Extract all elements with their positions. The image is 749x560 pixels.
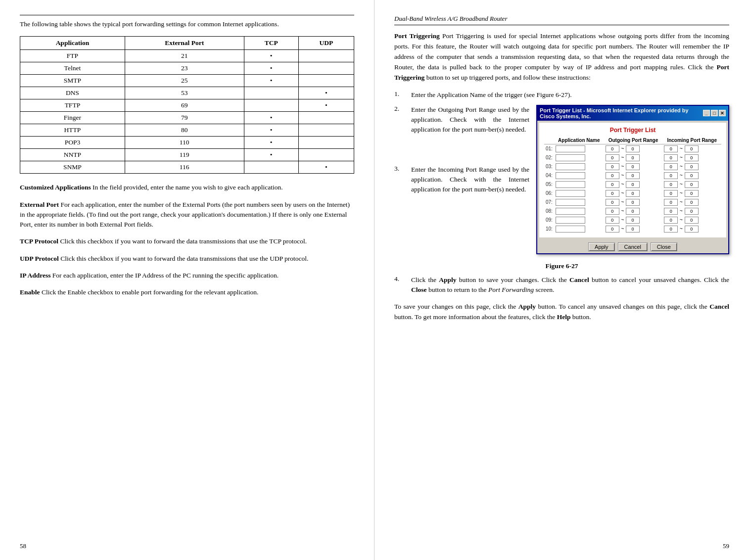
tcp-cell: • [244, 124, 298, 137]
incoming-end[interactable] [685, 181, 699, 188]
outgoing-start[interactable] [606, 190, 619, 197]
incoming-start[interactable] [664, 208, 678, 215]
outgoing-end[interactable] [626, 181, 640, 188]
udp-cell [298, 75, 354, 87]
section-term: Enable [20, 288, 40, 296]
tilde2: ~ [679, 182, 683, 187]
app-name-input[interactable] [556, 199, 585, 206]
outgoing-end[interactable] [626, 199, 640, 206]
incoming-range-cell: ~ [662, 180, 721, 189]
outgoing-start[interactable] [606, 172, 619, 179]
close-icon[interactable]: ✕ [719, 110, 726, 116]
outgoing-start[interactable] [606, 163, 619, 170]
app-name-input[interactable] [556, 172, 585, 179]
dialog-table-row: 03: ~ ~ [544, 162, 721, 171]
tilde1: ~ [620, 173, 624, 178]
app-name-input[interactable] [556, 163, 585, 170]
outgoing-range-cell: ~ [604, 225, 663, 233]
row-label: 10: [544, 225, 554, 233]
incoming-end[interactable] [685, 226, 699, 233]
dialog-table-row: 09: ~ ~ [544, 216, 721, 225]
incoming-end[interactable] [685, 217, 699, 224]
col-outgoing: Outgoing Port Range [604, 137, 663, 144]
step-1-text: Enter the Application Name of the trigge… [411, 90, 572, 100]
incoming-start[interactable] [664, 154, 678, 161]
step-2-with-dialog: 2. Enter the Outgoing Port Range used by… [394, 105, 729, 257]
outgoing-start[interactable] [606, 199, 619, 206]
app-name-cell: Telnet [20, 62, 125, 75]
incoming-start[interactable] [664, 181, 678, 188]
port-forwarding-link: Port Forwarding [488, 286, 534, 293]
tilde2: ~ [679, 226, 683, 232]
page-number-right: 59 [723, 542, 729, 550]
section-term: Customized Applications [20, 184, 91, 191]
port-cell: 25 [125, 75, 244, 87]
maximize-icon[interactable]: □ [711, 110, 718, 116]
intro-text-part1: Port Triggering is used for special Inte… [394, 32, 729, 71]
incoming-end[interactable] [685, 190, 699, 197]
outgoing-start[interactable] [606, 145, 619, 152]
cancel-term-final: Cancel [709, 303, 729, 310]
incoming-start[interactable] [664, 145, 678, 152]
port-cell: 53 [125, 87, 244, 99]
dialog-titlebar-buttons: _ □ ✕ [703, 110, 726, 116]
outgoing-end[interactable] [626, 190, 640, 197]
step-4-num: 4. [394, 275, 404, 295]
outgoing-end[interactable] [626, 208, 640, 215]
incoming-end[interactable] [685, 154, 699, 161]
figure-caption: Figure 6-27 [394, 262, 729, 270]
incoming-start[interactable] [664, 190, 678, 197]
incoming-end[interactable] [685, 145, 699, 152]
tcp-cell [244, 161, 298, 174]
incoming-end[interactable] [685, 163, 699, 170]
incoming-start[interactable] [664, 163, 678, 170]
outgoing-end[interactable] [626, 145, 640, 152]
cancel-button[interactable]: Cancel [618, 242, 648, 251]
outgoing-end[interactable] [626, 163, 640, 170]
incoming-range-cell: ~ [662, 162, 721, 171]
apply-button[interactable]: Apply [588, 242, 615, 251]
app-name-input[interactable] [556, 208, 585, 215]
app-name-cell: FTP [20, 50, 125, 62]
dialog-table-row: 02: ~ ~ [544, 153, 721, 162]
tilde1: ~ [620, 226, 624, 232]
outgoing-end[interactable] [626, 154, 640, 161]
udp-cell [298, 149, 354, 161]
section-text: For each application, enter the IP Addre… [50, 272, 279, 279]
outgoing-start[interactable] [606, 154, 619, 161]
incoming-start[interactable] [664, 172, 678, 179]
incoming-end[interactable] [685, 208, 699, 215]
minimize-icon[interactable]: _ [703, 110, 710, 116]
app-name-input[interactable] [556, 190, 585, 197]
close-button[interactable]: Close [651, 242, 677, 251]
outgoing-range-cell: ~ [604, 207, 663, 216]
port-forwarding-table: Application External Port TCP UDP FTP 21… [20, 36, 354, 174]
incoming-start[interactable] [664, 199, 678, 206]
port-cell: 110 [125, 137, 244, 149]
incoming-end[interactable] [685, 172, 699, 179]
section-text: In the field provided, enter the name yo… [91, 184, 283, 191]
outgoing-end[interactable] [626, 226, 640, 233]
outgoing-end[interactable] [626, 172, 640, 179]
apply-term: Apply [439, 276, 456, 283]
incoming-end[interactable] [685, 199, 699, 206]
outgoing-start[interactable] [606, 181, 619, 188]
app-name-input[interactable] [556, 226, 585, 233]
outgoing-end[interactable] [626, 217, 640, 224]
tilde2: ~ [679, 155, 683, 160]
app-name-input[interactable] [556, 181, 585, 188]
app-name-input[interactable] [556, 217, 585, 224]
row-label: 04: [544, 171, 554, 180]
app-name-cell: NNTP [20, 149, 125, 161]
outgoing-start[interactable] [606, 208, 619, 215]
app-name-input[interactable] [556, 154, 585, 161]
dialog-table-row: 01: ~ ~ [544, 144, 721, 153]
incoming-start[interactable] [664, 226, 678, 233]
incoming-start[interactable] [664, 217, 678, 224]
app-name-cell: HTTP [20, 124, 125, 137]
udp-cell [298, 50, 354, 62]
outgoing-start[interactable] [606, 217, 619, 224]
app-name-input[interactable] [556, 145, 585, 152]
outgoing-start[interactable] [606, 226, 619, 233]
table-row: SNMP 116 • [20, 161, 354, 174]
